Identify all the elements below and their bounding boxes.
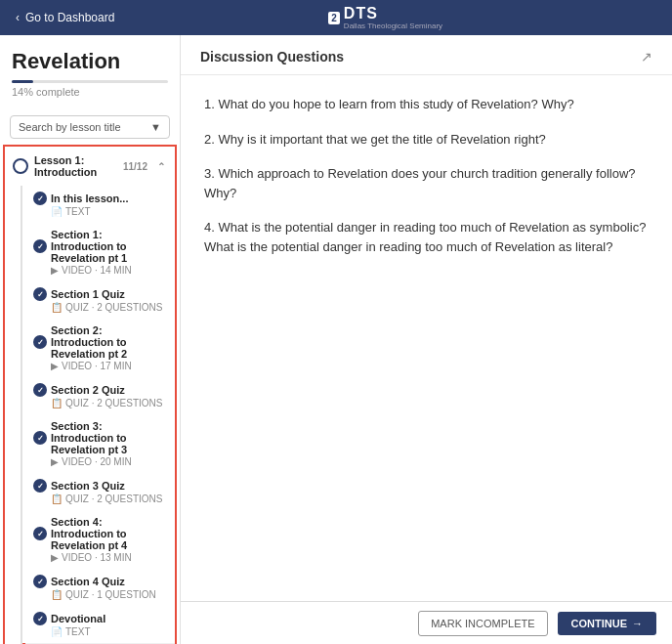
chevron-down-icon: ▼ — [150, 121, 161, 133]
video-icon: ▶ — [51, 552, 59, 563]
sub-item-title-text: Section 3 Quiz — [51, 480, 125, 492]
sub-item-title-text: Section 2 Quiz — [51, 384, 125, 396]
logo: 2 DTS Dallas Theological Seminary — [328, 5, 442, 30]
sidebar-header: Revelation 14% complete — [0, 35, 180, 107]
sub-item-meta-text: VIDEO · 20 MIN — [62, 456, 132, 467]
sub-item-title-text: Section 4 Quiz — [51, 576, 125, 587]
logo-box: 2 — [328, 12, 340, 24]
bottom-bar: MARK INCOMPLETE CONTINUE → — [181, 601, 672, 644]
go-to-dashboard-button[interactable]: ‹ Go to Dashboard — [16, 11, 114, 24]
progress-track — [12, 80, 168, 83]
expand-icon[interactable]: ↗ — [641, 49, 652, 64]
discussion-question-3: 3. Which approach to Revelation does you… — [204, 164, 649, 202]
lesson1-expanded-group: Lesson 1: Introduction 11/12 ⌃ ✓ In this… — [3, 145, 177, 644]
completed-dot: ✓ — [33, 335, 47, 349]
sub-item-meta-text: QUIZ · 2 QUESTIONS — [65, 302, 162, 313]
sub-item-section3-quiz[interactable]: ✓ Section 3 Quiz 📋 QUIZ · 2 QUESTIONS — [22, 473, 175, 510]
back-arrow-icon: ‹ — [16, 11, 20, 24]
sub-item-title-text: Section 3: Introduction to Revelation pt… — [51, 420, 165, 455]
completed-dot: ✓ — [33, 612, 47, 625]
text-icon: 📄 — [51, 626, 63, 637]
discussion-question-4: 4. What is the potential danger in readi… — [204, 218, 649, 256]
back-label: Go to Dashboard — [25, 11, 114, 24]
sub-item-meta-text: TEXT — [65, 626, 91, 637]
discussion-question-2: 2. Why is it important that we get the t… — [204, 130, 649, 150]
sub-item-title-text: Section 2: Introduction to Revelation pt… — [51, 324, 165, 360]
content-body: 1. What do you hope to learn from this s… — [181, 75, 672, 601]
sub-item-title-text: In this lesson... — [51, 193, 128, 204]
sub-item-section4-quiz[interactable]: ✓ Section 4 Quiz 📋 QUIZ · 1 QUESTION — [22, 569, 175, 606]
quiz-icon: 📋 — [51, 589, 63, 600]
sub-item-section2-quiz[interactable]: ✓ Section 2 Quiz 📋 QUIZ · 2 QUESTIONS — [22, 377, 175, 414]
completed-dot: ✓ — [33, 287, 47, 301]
sub-item-title-text: Devotional — [51, 613, 105, 624]
sidebar: Revelation 14% complete Search by lesson… — [0, 35, 181, 644]
lesson1-sub-items: ✓ In this lesson... 📄 TEXT ✓ Section 1: … — [21, 186, 175, 644]
completed-dot: ✓ — [33, 527, 47, 540]
content-header: Discussion Questions ↗ — [181, 35, 672, 75]
sub-item-meta-text: QUIZ · 2 QUESTIONS — [65, 398, 162, 408]
sub-item-section1-pt1[interactable]: ✓ Section 1: Introduction to Revelation … — [22, 223, 175, 281]
content-title: Discussion Questions — [200, 49, 344, 64]
continue-label: CONTINUE — [571, 618, 627, 629]
content-area: Discussion Questions ↗ 1. What do you ho… — [181, 35, 672, 644]
sub-item-section3-pt3[interactable]: ✓ Section 3: Introduction to Revelation … — [22, 414, 175, 473]
sub-item-title-text: Section 4: Introduction to Revelation pt… — [51, 516, 165, 551]
logo-text: DTS — [344, 5, 378, 21]
main-layout: Revelation 14% complete Search by lesson… — [0, 35, 672, 644]
video-icon: ▶ — [51, 361, 59, 371]
sub-item-devotional[interactable]: ✓ Devotional 📄 TEXT — [22, 606, 175, 643]
sub-item-meta-text: QUIZ · 2 QUESTIONS — [65, 494, 162, 504]
lesson1-header[interactable]: Lesson 1: Introduction 11/12 ⌃ — [5, 147, 175, 186]
lesson1-circle — [13, 158, 28, 174]
completed-dot: ✓ — [33, 383, 47, 397]
course-title: Revelation — [12, 49, 168, 74]
video-icon: ▶ — [51, 456, 59, 467]
discussion-question-1: 1. What do you hope to learn from this s… — [204, 95, 649, 114]
lesson1-title: Lesson 1: Introduction — [34, 154, 117, 178]
progress-fill — [12, 80, 33, 83]
lesson1-chevron-up-icon: ⌃ — [157, 161, 165, 172]
top-nav: ‹ Go to Dashboard 2 DTS Dallas Theologic… — [0, 0, 672, 35]
video-icon: ▶ — [51, 265, 59, 276]
progress-container: 14% complete — [12, 80, 168, 98]
mark-incomplete-button[interactable]: MARK INCOMPLETE — [418, 611, 547, 636]
quiz-icon: 📋 — [51, 494, 63, 504]
sub-item-title-text: Section 1: Introduction to Revelation pt… — [51, 229, 165, 264]
sub-item-title-text: Section 1 Quiz — [51, 288, 125, 300]
sub-item-meta-text: VIDEO · 13 MIN — [62, 552, 132, 563]
completed-dot: ✓ — [33, 479, 47, 493]
continue-arrow-icon: → — [632, 618, 643, 629]
sub-item-section2-pt2[interactable]: ✓ Section 2: Introduction to Revelation … — [22, 319, 175, 377]
search-lesson-dropdown[interactable]: Search by lesson title ▼ — [10, 115, 170, 139]
lesson1-count: 11/12 — [123, 161, 147, 172]
sub-item-section1-quiz[interactable]: ✓ Section 1 Quiz 📋 QUIZ · 2 QUESTIONS — [22, 281, 175, 319]
sub-item-section4-pt4[interactable]: ✓ Section 4: Introduction to Revelation … — [22, 510, 175, 569]
completed-dot: ✓ — [33, 192, 47, 205]
text-icon: 📄 — [51, 206, 63, 217]
quiz-icon: 📋 — [51, 398, 63, 408]
continue-button[interactable]: CONTINUE → — [558, 612, 656, 635]
sub-item-meta-text: TEXT — [65, 206, 91, 217]
sub-item-in-this-lesson[interactable]: ✓ In this lesson... 📄 TEXT — [22, 186, 175, 223]
sub-item-meta-text: VIDEO · 17 MIN — [62, 361, 132, 371]
progress-label: 14% complete — [12, 86, 168, 98]
completed-dot: ✓ — [33, 575, 47, 588]
sub-item-meta-text: VIDEO · 14 MIN — [62, 265, 132, 276]
search-dropdown-label: Search by lesson title — [19, 121, 121, 133]
completed-dot: ✓ — [33, 431, 47, 445]
logo-sub: Dallas Theological Seminary — [344, 22, 442, 30]
sub-item-meta-text: QUIZ · 1 QUESTION — [65, 589, 156, 600]
completed-dot: ✓ — [33, 239, 47, 253]
quiz-icon: 📋 — [51, 302, 63, 313]
